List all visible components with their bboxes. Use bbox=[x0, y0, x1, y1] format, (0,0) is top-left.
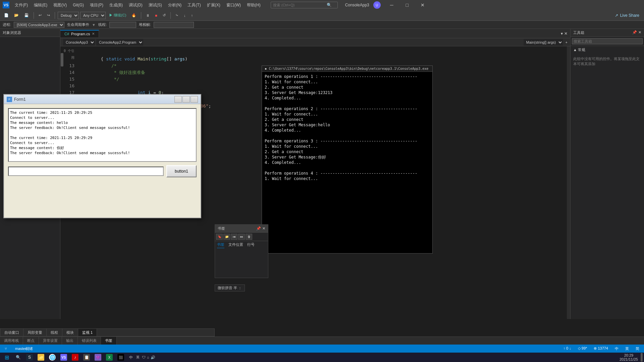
bottom-tab-output[interactable]: 输出 bbox=[62, 337, 78, 345]
bookmark-pin-icon[interactable]: 📌 bbox=[256, 226, 261, 231]
new-project-btn[interactable]: 📄 bbox=[2, 12, 11, 18]
cpu-config-select[interactable]: Any CPU bbox=[80, 12, 106, 19]
status-keyboard[interactable]: 简 bbox=[634, 346, 641, 351]
taskbar-clock[interactable]: 20:29 2021/11/25 bbox=[618, 353, 640, 361]
bookmark-tab-file-position[interactable]: 文件位置 bbox=[228, 242, 243, 248]
undo-btn[interactable]: ↩ bbox=[37, 12, 44, 18]
status-warnings[interactable]: ◇ 99* bbox=[576, 346, 589, 351]
search-box[interactable]: 🔍 bbox=[271, 2, 338, 8]
bookmark-btn-4[interactable]: ⏭ bbox=[238, 234, 245, 240]
redo-btn[interactable]: ↪ bbox=[45, 12, 52, 18]
menu-file[interactable]: 文件(F) bbox=[12, 2, 31, 9]
taskbar-steam[interactable]: S bbox=[24, 353, 35, 362]
taskbar-chrome[interactable]: 🌐 bbox=[47, 353, 58, 362]
toolbox-pin-icon[interactable]: 📌 bbox=[632, 30, 637, 35]
av-tab-threads[interactable]: 线程 bbox=[47, 329, 62, 336]
menu-help[interactable]: 帮助(H) bbox=[244, 2, 263, 9]
av-tab-watch1[interactable]: 监视 1 bbox=[78, 329, 97, 336]
form1-message-input[interactable] bbox=[8, 167, 164, 176]
restart-btn[interactable]: ↺ bbox=[161, 12, 168, 18]
nav-class-select[interactable]: ConsoleApp2.Program bbox=[96, 39, 143, 46]
menu-debug[interactable]: 调试(D) bbox=[126, 2, 145, 9]
open-btn[interactable]: 📂 bbox=[12, 12, 21, 18]
av-tab-modules[interactable]: 模块 bbox=[62, 329, 78, 336]
bookmark-close-icon[interactable]: ✕ bbox=[262, 226, 265, 231]
bottom-tab-exceptions[interactable]: 异常设置 bbox=[39, 337, 62, 345]
taskbar-terminal[interactable]: ⬛ bbox=[115, 353, 126, 362]
user-avatar[interactable]: U bbox=[373, 1, 381, 9]
live-share-button[interactable]: ↗ Live Share bbox=[612, 12, 642, 18]
close-button[interactable]: ✕ bbox=[415, 0, 430, 10]
stackframe-input[interactable] bbox=[154, 22, 194, 28]
menu-test[interactable]: 测试(S) bbox=[146, 2, 165, 9]
start-button[interactable]: ⊞ bbox=[1, 353, 12, 362]
taskbar-search[interactable]: 🔍 bbox=[13, 353, 23, 362]
toolbox-close-icon[interactable]: ✕ bbox=[638, 30, 641, 35]
taskbar-network-icon[interactable]: ⌂ bbox=[147, 355, 149, 359]
bookmark-btn-1[interactable]: 🔖 bbox=[216, 234, 223, 240]
taskbar-office[interactable]: X bbox=[104, 353, 115, 362]
bookmark-btn-2[interactable]: 📁 bbox=[223, 234, 230, 240]
taskbar-vs2[interactable]: 💜 bbox=[93, 353, 103, 362]
editor-scrollbar[interactable] bbox=[567, 46, 570, 319]
save-btn[interactable]: 💾 bbox=[22, 12, 31, 18]
menu-git[interactable]: Git(G) bbox=[70, 2, 87, 8]
menu-tools[interactable]: 工具(T) bbox=[185, 2, 203, 9]
pause-btn[interactable]: ⏸ bbox=[144, 13, 152, 18]
taskbar-app6[interactable]: 📋 bbox=[81, 353, 92, 362]
form1-button1[interactable]: button1 bbox=[166, 165, 197, 177]
taskbar-lang-zh[interactable]: 中 bbox=[128, 355, 134, 360]
debug-config-select[interactable]: Debug bbox=[58, 12, 79, 19]
nav-namespace-select[interactable]: ConsoleApp3 bbox=[63, 39, 95, 46]
step-out-btn[interactable]: ↑ bbox=[189, 13, 195, 18]
hot-reload-btn[interactable]: 🔥 bbox=[129, 12, 138, 18]
collapse-icon[interactable]: ▾ bbox=[561, 31, 563, 36]
form1-textbox[interactable]: The current time: 2021-11-25 20:29:25 Co… bbox=[8, 108, 197, 162]
status-ime[interactable]: 英 bbox=[623, 346, 631, 351]
tab-close-btn[interactable]: ✕ bbox=[92, 32, 95, 36]
maximize-button[interactable]: □ bbox=[399, 0, 415, 10]
bottom-tab-bookmarks[interactable]: 书签 bbox=[101, 337, 117, 345]
git-branch-icon[interactable]: ⑂ bbox=[3, 347, 9, 351]
taskbar-vs[interactable]: VS bbox=[58, 353, 69, 362]
taskbar-lang-en[interactable]: 英 bbox=[135, 355, 141, 360]
av-tab-locals[interactable]: 局部变量 bbox=[23, 329, 47, 336]
menu-edit[interactable]: 编辑(E) bbox=[31, 2, 50, 9]
form1-maximize-btn[interactable]: □ bbox=[182, 96, 190, 103]
status-lang-cn[interactable]: 中 bbox=[613, 346, 621, 351]
bookmark-tab-line-number[interactable]: 行号 bbox=[247, 242, 255, 248]
process-select[interactable]: [5908] ConsoleApp3.exe bbox=[14, 22, 64, 28]
toolbox-search-input[interactable] bbox=[572, 38, 643, 44]
form1-close-btn[interactable]: ✕ bbox=[191, 96, 198, 103]
status-errors[interactable]: ⊗ 13774 bbox=[592, 346, 610, 351]
bookmark-btn-3[interactable]: ⏮ bbox=[231, 234, 237, 240]
continue-btn[interactable]: ▶ 继续(C) bbox=[107, 12, 128, 18]
menu-window[interactable]: 窗口(W) bbox=[224, 2, 244, 9]
nav-method-select[interactable]: Main(string[] args) bbox=[524, 39, 563, 46]
form1-minimize-btn[interactable]: ─ bbox=[174, 96, 182, 103]
menu-analyze[interactable]: 分析(N) bbox=[165, 2, 184, 9]
add-file-icon[interactable]: + bbox=[566, 40, 568, 44]
taskbar-help-icon[interactable]: 🛡 bbox=[142, 355, 146, 359]
av-tab-auto[interactable]: 自动窗口 bbox=[0, 329, 23, 336]
menu-extensions[interactable]: 扩展(X) bbox=[204, 2, 223, 9]
menu-build[interactable]: 生成(B) bbox=[107, 2, 125, 9]
taskbar-speakers-icon[interactable]: 🔊 bbox=[151, 355, 155, 360]
bottom-tab-callstack[interactable]: 调用堆栈 bbox=[0, 337, 23, 345]
thread-input[interactable] bbox=[109, 22, 136, 28]
status-up-down[interactable]: ↑ 0 ↓ bbox=[561, 346, 573, 351]
bottom-tab-errorlist[interactable]: 错误列表 bbox=[78, 337, 101, 345]
bookmark-tab-bookmarks[interactable]: 书签 bbox=[217, 242, 224, 248]
bookmark-btn-5[interactable]: 🗑 bbox=[246, 234, 252, 240]
menu-view[interactable]: 视图(V) bbox=[51, 2, 69, 9]
taskbar-explorer[interactable]: 📁 bbox=[36, 353, 46, 362]
step-into-btn[interactable]: ↓ bbox=[182, 13, 188, 18]
close-editor-icon[interactable]: ✕ bbox=[564, 31, 568, 36]
search-input[interactable] bbox=[273, 3, 327, 7]
taskbar-app5[interactable]: ♪ bbox=[70, 353, 80, 362]
menu-project[interactable]: 项目(P) bbox=[87, 2, 106, 9]
tab-program-cs[interactable]: C# Program.cs ✕ bbox=[60, 30, 99, 37]
minimize-button[interactable]: ─ bbox=[384, 0, 399, 10]
stop-btn[interactable]: ■ bbox=[153, 13, 159, 18]
bottom-tab-breakpoints[interactable]: 断点 bbox=[23, 337, 39, 345]
